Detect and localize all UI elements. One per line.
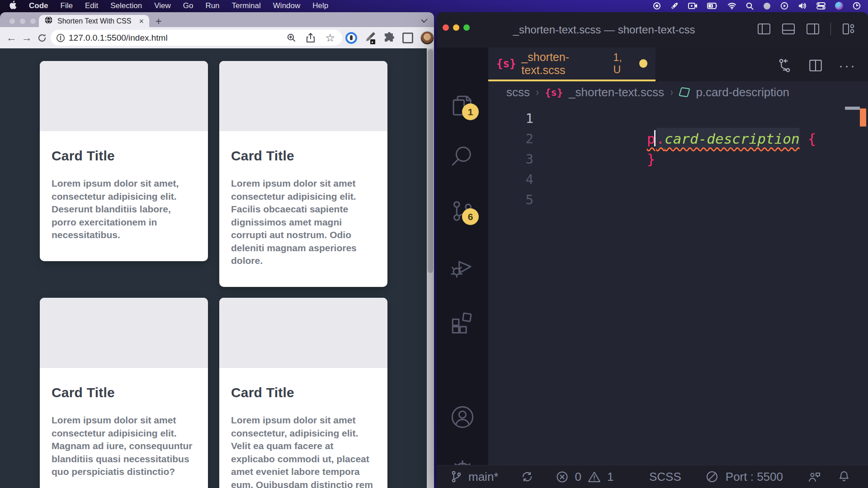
menu-item-file[interactable]: File — [61, 1, 73, 10]
editor-tab-active[interactable]: {s} _shorten-text.scss 1, U — [488, 47, 656, 81]
card-title: Card Title — [52, 148, 196, 164]
menu-item-edit[interactable]: Edit — [85, 1, 98, 10]
menu-item-window[interactable]: Window — [273, 1, 300, 10]
rocket-icon[interactable] — [670, 2, 679, 10]
card-title: Card Title — [231, 148, 376, 164]
more-actions-icon[interactable]: ··· — [839, 58, 856, 73]
code-line-2[interactable]: } — [562, 129, 655, 149]
new-tab-button[interactable]: + — [156, 15, 161, 28]
unsaved-changes-dot[interactable] — [639, 59, 647, 68]
battery-icon[interactable] — [707, 3, 718, 9]
apple-menu-icon[interactable] — [9, 0, 17, 12]
reload-button[interactable] — [34, 33, 50, 43]
errors-icon[interactable] — [556, 471, 568, 483]
toggle-panel-icon[interactable] — [782, 22, 795, 36]
browser-tab-strip: Shorten Text With CSS × + — [0, 12, 434, 27]
menu-item-app[interactable]: Code — [29, 1, 48, 10]
menu-item-view[interactable]: View — [154, 1, 171, 10]
card-title: Card Title — [52, 385, 196, 400]
git-branch-icon[interactable] — [450, 470, 462, 483]
record-icon[interactable] — [653, 2, 661, 10]
tab-search-chevron-icon[interactable] — [421, 16, 427, 23]
play-circle-icon[interactable] — [780, 2, 788, 10]
window-zoom-button[interactable] — [30, 19, 36, 24]
card-image-placeholder — [40, 298, 208, 368]
split-editor-icon[interactable] — [808, 58, 823, 73]
menu-item-selection[interactable]: Selection — [110, 1, 142, 10]
window-close-button[interactable] — [9, 19, 15, 24]
extensions-icon[interactable] — [449, 309, 476, 335]
wifi-icon[interactable] — [727, 2, 736, 9]
card: Card Title Lorem ipsum dolor sit amet, c… — [40, 61, 208, 261]
search-icon[interactable] — [449, 143, 476, 169]
window-minimize-button[interactable] — [20, 19, 25, 24]
breadcrumb-file[interactable]: _shorten-text.scss — [569, 85, 664, 99]
warnings-icon[interactable] — [588, 471, 601, 483]
scrollbar-thumb[interactable] — [428, 49, 433, 273]
language-mode[interactable]: SCSS — [649, 470, 681, 484]
run-debug-icon[interactable] — [449, 253, 476, 280]
password-manager-extension-icon[interactable] — [345, 32, 357, 44]
share-icon[interactable] — [306, 33, 315, 43]
titlebar-divider — [830, 23, 831, 35]
breadcrumbs: scss › {s} _shorten-text.scss › p.card-d… — [488, 81, 868, 103]
forward-button[interactable]: → — [19, 32, 34, 44]
card: Card Title Lorem ipsum dolor sit amet co… — [40, 298, 208, 488]
feedback-icon[interactable] — [807, 470, 821, 483]
close-brace-token: } — [647, 151, 656, 167]
browser-window: Shorten Text With CSS × + ← → 127.0.0.1:… — [0, 12, 434, 488]
volume-icon[interactable] — [798, 2, 807, 9]
tab-file-name: _shorten-text.scss — [521, 51, 608, 77]
overview-ruler-warning-mark[interactable] — [860, 108, 866, 127]
line-number: 5 — [488, 190, 533, 210]
warnings-count[interactable]: 1 — [607, 470, 613, 484]
card-image-placeholder — [219, 298, 387, 368]
site-info-icon[interactable] — [56, 33, 65, 42]
errors-count[interactable]: 0 — [575, 470, 581, 484]
menu-item-help[interactable]: Help — [312, 1, 328, 10]
toggle-primary-sidebar-icon[interactable] — [757, 22, 771, 36]
card-image-placeholder — [219, 61, 387, 131]
selector-dot-token: . — [656, 131, 665, 147]
screen-record-icon[interactable] — [688, 2, 698, 9]
siri-icon[interactable] — [835, 2, 843, 10]
code-line-1[interactable]: p.card-description{ — [562, 108, 816, 129]
open-changes-icon[interactable] — [776, 57, 793, 74]
notifications-bell-icon[interactable] — [838, 470, 850, 483]
toggle-secondary-sidebar-icon[interactable] — [806, 22, 820, 36]
extensions-puzzle-icon[interactable] — [383, 32, 395, 44]
profile-avatar[interactable] — [420, 31, 434, 45]
card-title: Card Title — [231, 385, 376, 400]
customize-layout-icon[interactable] — [842, 22, 855, 36]
back-button[interactable]: ← — [4, 32, 19, 44]
code-editor[interactable]: 1 2 3 4 5 p.card-description{ } — [488, 103, 868, 465]
port-label[interactable]: Port : 5500 — [726, 470, 783, 484]
menu-item-terminal[interactable]: Terminal — [232, 1, 261, 10]
browser-tab[interactable]: Shorten Text With CSS × — [39, 15, 149, 27]
explorer-badge: 1 — [462, 103, 479, 120]
accounts-icon[interactable] — [449, 404, 476, 430]
zoom-page-icon[interactable] — [287, 33, 296, 42]
bookmark-star-icon[interactable]: ☆ — [325, 32, 335, 44]
status-bar: main* 0 1 SCSS Port : 5500 — [437, 465, 868, 488]
menu-item-go[interactable]: Go — [183, 1, 193, 10]
eyedropper-extension-icon[interactable] — [364, 31, 376, 45]
breadcrumb-folder[interactable]: scss — [506, 85, 530, 99]
menu-item-run[interactable]: Run — [205, 1, 219, 10]
line-number: 3 — [488, 149, 533, 169]
clock-icon[interactable] — [853, 2, 861, 10]
control-center-icon[interactable] — [816, 2, 826, 9]
page-scrollbar[interactable] — [427, 48, 434, 488]
git-branch-label[interactable]: main* — [468, 470, 498, 484]
display-dot-icon[interactable] — [763, 2, 771, 10]
line-number: 2 — [488, 129, 533, 149]
sidebar-toggle-icon[interactable] — [402, 33, 413, 43]
tab-close-icon[interactable]: × — [139, 17, 144, 25]
activity-bar: 1 6 — [437, 47, 488, 465]
address-bar[interactable]: 127.0.0.1:5500/index.html ☆ — [51, 30, 342, 46]
url-text[interactable]: 127.0.0.1:5500/index.html — [69, 33, 287, 43]
search-icon[interactable] — [746, 2, 754, 10]
card-description: Lorem ipsum dolor sit amet consectetur a… — [231, 177, 376, 267]
breadcrumb-symbol[interactable]: p.card-description — [696, 85, 789, 99]
sync-icon[interactable] — [521, 470, 533, 483]
